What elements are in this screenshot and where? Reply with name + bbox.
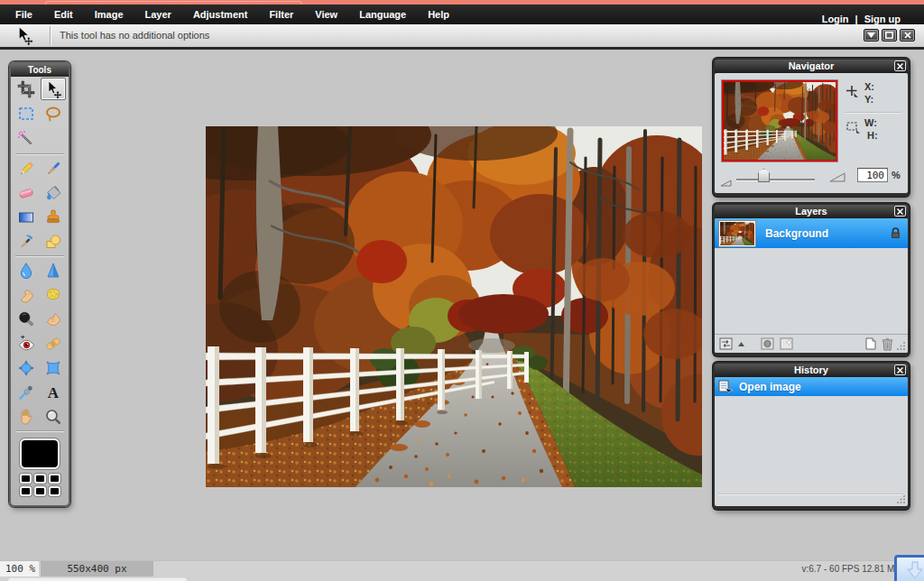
delete-layer-icon[interactable] (882, 337, 893, 351)
blur-icon (17, 262, 35, 280)
canvas-image[interactable] (206, 126, 702, 487)
hand-icon (17, 408, 35, 426)
tool-zoom[interactable] (41, 405, 66, 428)
tool-pencil[interactable] (14, 157, 39, 180)
menu-help[interactable]: Help (428, 9, 449, 20)
menu-language[interactable]: Language (359, 9, 406, 20)
tool-colorpicker[interactable] (14, 381, 39, 403)
menu-layer[interactable]: Layer (145, 9, 171, 20)
crop-icon (17, 80, 35, 98)
history-header[interactable]: History (715, 364, 908, 377)
maximize-icon[interactable] (882, 29, 897, 42)
tool-blur[interactable] (14, 259, 39, 281)
tool-wand[interactable] (13, 126, 38, 149)
mini-swatch-1[interactable] (20, 474, 32, 484)
layer-settings-expand-icon[interactable] (738, 342, 744, 346)
menu-adjustment[interactable]: Adjustment (193, 9, 248, 20)
tool-burn[interactable] (14, 308, 39, 330)
resize-grip-icon[interactable] (896, 494, 906, 504)
menu-image[interactable]: Image (95, 9, 124, 20)
mini-swatch-6[interactable] (49, 486, 60, 496)
tool-dodge[interactable] (41, 308, 66, 330)
collapse-icon[interactable] (864, 29, 879, 42)
history-list: Open image (715, 377, 908, 396)
close-icon[interactable] (894, 206, 906, 217)
menu-file[interactable]: File (15, 9, 32, 20)
login-link[interactable]: Login (822, 14, 849, 24)
tool-brush[interactable] (41, 157, 66, 180)
zoom-out-ramp-icon[interactable] (720, 174, 732, 190)
tool-heal[interactable] (41, 332, 66, 355)
stamp-icon (44, 208, 62, 226)
layer-settings-icon[interactable] (719, 337, 734, 350)
color-replace-icon (17, 233, 35, 251)
tool-lasso[interactable] (41, 102, 66, 124)
menu-edit[interactable]: Edit (54, 9, 73, 20)
tool-fill[interactable] (41, 181, 66, 204)
layers-list: Background (715, 218, 908, 248)
lock-icon[interactable] (891, 227, 901, 239)
navigator-title: Navigator (789, 60, 835, 71)
menu-filter[interactable]: Filter (269, 9, 293, 20)
resize-grip-icon[interactable] (896, 341, 906, 351)
menu-view[interactable]: View (315, 9, 337, 20)
mini-swatch-4[interactable] (20, 486, 32, 496)
add-layer-mask-icon[interactable] (761, 337, 775, 350)
zoom-slider-track[interactable] (736, 179, 815, 180)
layers-toolbar (715, 334, 908, 353)
tool-gradient[interactable] (14, 206, 39, 228)
navigator-header[interactable]: Navigator (715, 60, 908, 73)
tool-sharpen[interactable] (41, 259, 66, 281)
tool-bloat[interactable] (14, 356, 39, 379)
zoom-percent-input[interactable] (857, 168, 888, 182)
primary-color-swatch[interactable] (20, 438, 60, 469)
layer-thumbnail (719, 221, 755, 246)
tool-marquee[interactable] (14, 102, 39, 124)
tool-smudge[interactable] (14, 283, 39, 306)
tool-options-bar: This tool has no additional options (0, 24, 924, 50)
layer-styles-icon[interactable] (780, 337, 794, 350)
move-tool-icon (13, 25, 36, 46)
tool-hand[interactable] (14, 405, 39, 428)
tool-red-eye[interactable] (14, 332, 39, 355)
marquee-icon (17, 105, 35, 123)
navigator-divider (845, 112, 901, 113)
percent-label: % (892, 170, 901, 180)
history-row[interactable]: Open image (715, 377, 908, 396)
tool-clone-stamp[interactable] (41, 206, 66, 228)
tool-pinch[interactable] (41, 356, 66, 379)
tool-color-replace[interactable] (14, 230, 39, 253)
close-icon[interactable] (894, 364, 906, 375)
close-icon[interactable] (894, 60, 906, 71)
color-swatch-area (11, 433, 69, 505)
tool-type[interactable]: A (41, 381, 66, 403)
options-separator (50, 26, 51, 45)
tool-sponge[interactable] (41, 283, 66, 306)
tool-options-message: This tool has no additional options (60, 30, 209, 41)
zoom-slider-thumb[interactable] (758, 169, 770, 182)
layers-header[interactable]: Layers (715, 205, 908, 218)
mini-swatch-3[interactable] (49, 474, 60, 484)
zoom-in-ramp-icon[interactable] (829, 170, 845, 186)
new-layer-icon[interactable] (864, 337, 877, 350)
close-icon[interactable] (900, 29, 915, 42)
selection-size-icon (845, 120, 860, 137)
layer-row[interactable]: Background (715, 218, 908, 248)
svg-text:A: A (48, 384, 60, 401)
mini-swatch-5[interactable] (34, 486, 46, 496)
tool-drawing[interactable] (41, 230, 66, 253)
tools-palette-title[interactable]: Tools (11, 63, 69, 77)
navigator-thumbnail[interactable] (721, 79, 838, 162)
tool-move[interactable] (41, 78, 66, 100)
layers-panel: Layers Background (713, 203, 910, 356)
tool-eraser[interactable] (14, 181, 39, 204)
zoom-icon (44, 408, 62, 426)
mini-swatch-2[interactable] (34, 474, 46, 484)
download-badge-icon[interactable] (894, 555, 924, 581)
wand-icon (16, 129, 34, 147)
tool-cell-empty (40, 126, 67, 151)
history-body: Open image (715, 377, 908, 506)
tool-crop[interactable] (14, 78, 39, 100)
history-step-icon (718, 380, 734, 393)
signup-link[interactable]: Sign up (864, 14, 901, 24)
